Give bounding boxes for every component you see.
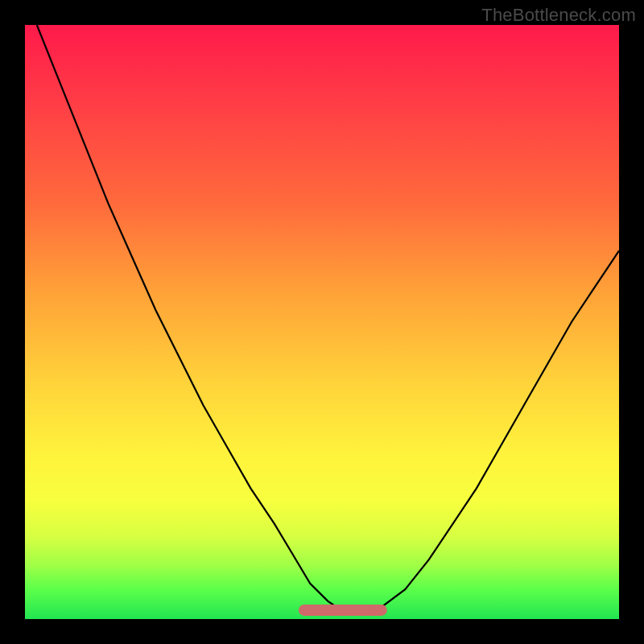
bottleneck-chart: [25, 25, 619, 619]
watermark-text: TheBottleneck.com: [481, 5, 636, 26]
bottleneck-curve-path: [37, 25, 619, 613]
